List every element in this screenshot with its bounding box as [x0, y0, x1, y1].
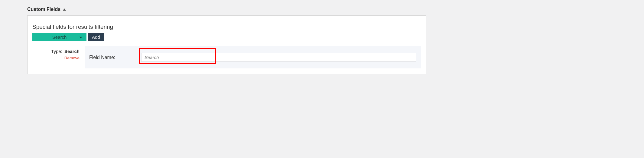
add-field-row: Search Add	[32, 33, 421, 41]
section-header[interactable]: Custom Fields	[27, 7, 426, 12]
add-button[interactable]: Add	[88, 33, 104, 41]
collapse-up-icon	[63, 8, 66, 11]
type-key: Type:	[51, 49, 62, 54]
panel-divider	[32, 20, 421, 20]
field-meta: Type: Search Remove	[32, 46, 80, 60]
chevron-down-icon	[79, 36, 82, 38]
select-value: Search	[52, 35, 67, 40]
type-value: Search	[64, 49, 80, 54]
custom-fields-panel: Special fields for results filtering Sea…	[27, 15, 426, 74]
field-name-label: Field Name:	[89, 55, 138, 60]
section-title: Custom Fields	[27, 7, 60, 12]
field-name-input[interactable]	[141, 53, 416, 62]
remove-link[interactable]: Remove	[32, 56, 80, 60]
field-type-select[interactable]: Search	[32, 33, 86, 41]
vertical-divider	[10, 0, 10, 80]
field-type-line: Type: Search	[32, 49, 80, 54]
panel-subtitle: Special fields for results filtering	[32, 24, 421, 30]
field-settings-box: Field Name:	[85, 46, 421, 68]
field-config-block: Type: Search Remove Field Name:	[32, 46, 421, 68]
